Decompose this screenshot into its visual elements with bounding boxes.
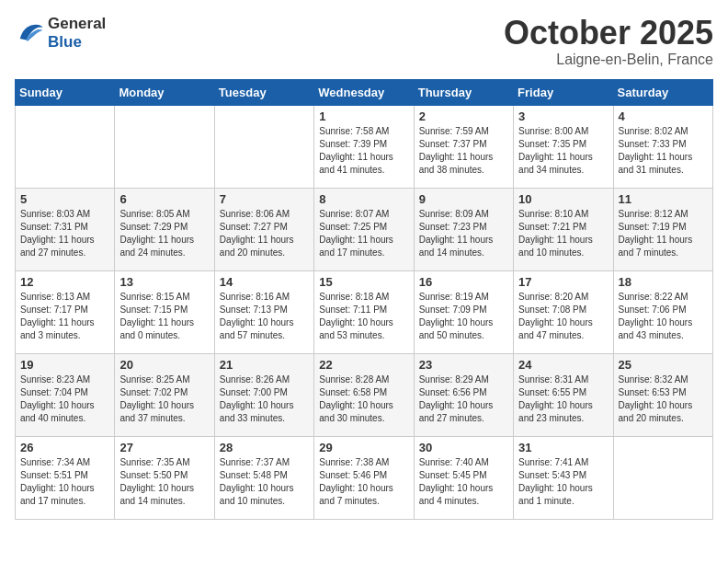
calendar-cell: 16Sunrise: 8:19 AM Sunset: 7:09 PM Dayli… [414,270,513,353]
day-info: Sunrise: 8:19 AM Sunset: 7:09 PM Dayligh… [419,291,508,342]
calendar-cell: 22Sunrise: 8:28 AM Sunset: 6:58 PM Dayli… [314,353,414,436]
calendar-cell: 17Sunrise: 8:20 AM Sunset: 7:08 PM Dayli… [514,270,613,353]
title-block: October 2025 Laigne-en-Belin, France [504,15,713,68]
weekday-header-sunday: Sunday [16,79,115,105]
calendar-table: SundayMondayTuesdayWednesdayThursdayFrid… [15,79,713,520]
calendar-cell: 5Sunrise: 8:03 AM Sunset: 7:31 PM Daylig… [16,188,115,270]
weekday-header-monday: Monday [115,79,214,105]
day-number: 11 [619,192,708,206]
calendar-cell: 2Sunrise: 7:59 AM Sunset: 7:37 PM Daylig… [414,105,513,188]
day-number: 10 [518,192,608,206]
day-info: Sunrise: 8:32 AM Sunset: 6:53 PM Dayligh… [619,373,708,425]
week-row-5: 26Sunrise: 7:34 AM Sunset: 5:51 PM Dayli… [16,436,713,519]
day-number: 24 [518,358,608,372]
day-info: Sunrise: 8:23 AM Sunset: 7:04 PM Dayligh… [20,373,109,425]
day-number: 23 [419,358,508,372]
calendar-cell: 18Sunrise: 8:22 AM Sunset: 7:06 PM Dayli… [613,270,712,353]
weekday-header-wednesday: Wednesday [314,79,414,105]
day-info: Sunrise: 7:37 AM Sunset: 5:48 PM Dayligh… [220,456,309,508]
week-row-3: 12Sunrise: 8:13 AM Sunset: 7:17 PM Dayli… [16,270,713,353]
day-number: 9 [419,192,508,206]
calendar-cell: 4Sunrise: 8:02 AM Sunset: 7:33 PM Daylig… [613,105,712,188]
calendar-cell: 13Sunrise: 8:15 AM Sunset: 7:15 PM Dayli… [115,270,214,353]
weekday-header-friday: Friday [514,79,613,105]
day-info: Sunrise: 8:25 AM Sunset: 7:02 PM Dayligh… [119,373,209,425]
day-info: Sunrise: 8:05 AM Sunset: 7:29 PM Dayligh… [119,208,209,259]
day-number: 29 [319,441,408,454]
calendar-cell: 31Sunrise: 7:41 AM Sunset: 5:43 PM Dayli… [514,436,613,519]
calendar-cell: 19Sunrise: 8:23 AM Sunset: 7:04 PM Dayli… [16,353,115,436]
day-number: 1 [319,109,408,123]
logo-general: General [48,15,106,33]
day-info: Sunrise: 7:40 AM Sunset: 5:45 PM Dayligh… [419,456,508,508]
day-number: 16 [419,275,508,289]
weekday-header-thursday: Thursday [414,79,513,105]
calendar-cell: 6Sunrise: 8:05 AM Sunset: 7:29 PM Daylig… [115,188,214,270]
day-number: 31 [518,441,608,454]
day-number: 20 [119,358,209,372]
day-info: Sunrise: 8:07 AM Sunset: 7:25 PM Dayligh… [319,208,408,259]
location: Laigne-en-Belin, France [504,52,713,68]
calendar-cell: 1Sunrise: 7:58 AM Sunset: 7:39 PM Daylig… [314,105,414,188]
week-row-1: 1Sunrise: 7:58 AM Sunset: 7:39 PM Daylig… [16,105,713,188]
day-number: 6 [119,192,209,206]
day-info: Sunrise: 7:34 AM Sunset: 5:51 PM Dayligh… [20,456,109,508]
day-info: Sunrise: 8:03 AM Sunset: 7:31 PM Dayligh… [20,208,109,259]
day-number: 3 [518,109,608,123]
day-info: Sunrise: 8:09 AM Sunset: 7:23 PM Dayligh… [419,208,508,259]
day-info: Sunrise: 8:28 AM Sunset: 6:58 PM Dayligh… [319,373,408,425]
day-info: Sunrise: 8:16 AM Sunset: 7:13 PM Dayligh… [220,291,309,342]
day-info: Sunrise: 8:15 AM Sunset: 7:15 PM Dayligh… [119,291,209,342]
day-info: Sunrise: 7:38 AM Sunset: 5:46 PM Dayligh… [319,456,408,508]
calendar-cell: 30Sunrise: 7:40 AM Sunset: 5:45 PM Dayli… [414,436,513,519]
day-info: Sunrise: 8:26 AM Sunset: 7:00 PM Dayligh… [220,373,309,425]
day-number: 2 [419,109,508,123]
day-number: 4 [619,109,708,123]
calendar-cell: 10Sunrise: 8:10 AM Sunset: 7:21 PM Dayli… [514,188,613,270]
day-number: 28 [220,441,309,454]
day-number: 30 [419,441,508,454]
calendar-cell: 29Sunrise: 7:38 AM Sunset: 5:46 PM Dayli… [314,436,414,519]
day-info: Sunrise: 8:06 AM Sunset: 7:27 PM Dayligh… [220,208,309,259]
day-number: 18 [619,275,708,289]
calendar-cell: 7Sunrise: 8:06 AM Sunset: 7:27 PM Daylig… [214,188,313,270]
calendar-cell: 26Sunrise: 7:34 AM Sunset: 5:51 PM Dayli… [16,436,115,519]
day-info: Sunrise: 8:20 AM Sunset: 7:08 PM Dayligh… [518,291,608,342]
day-info: Sunrise: 7:41 AM Sunset: 5:43 PM Dayligh… [518,456,608,508]
day-number: 13 [119,275,209,289]
day-number: 17 [518,275,608,289]
calendar-cell: 27Sunrise: 7:35 AM Sunset: 5:50 PM Dayli… [115,436,214,519]
calendar-cell [115,105,214,188]
day-info: Sunrise: 7:59 AM Sunset: 7:37 PM Dayligh… [419,125,508,177]
day-info: Sunrise: 8:31 AM Sunset: 6:55 PM Dayligh… [518,373,608,425]
day-number: 15 [319,275,408,289]
day-info: Sunrise: 7:35 AM Sunset: 5:50 PM Dayligh… [119,456,209,508]
calendar-cell: 3Sunrise: 8:00 AM Sunset: 7:35 PM Daylig… [514,105,613,188]
day-number: 12 [20,275,109,289]
calendar-cell: 8Sunrise: 8:07 AM Sunset: 7:25 PM Daylig… [314,188,414,270]
day-number: 14 [220,275,309,289]
calendar-cell: 15Sunrise: 8:18 AM Sunset: 7:11 PM Dayli… [314,270,414,353]
calendar-cell: 21Sunrise: 8:26 AM Sunset: 7:00 PM Dayli… [214,353,313,436]
day-number: 8 [319,192,408,206]
day-info: Sunrise: 8:02 AM Sunset: 7:33 PM Dayligh… [619,125,708,177]
month-title: October 2025 [504,15,713,52]
calendar-cell: 9Sunrise: 8:09 AM Sunset: 7:23 PM Daylig… [414,188,513,270]
day-number: 26 [20,441,109,454]
calendar-cell: 20Sunrise: 8:25 AM Sunset: 7:02 PM Dayli… [115,353,214,436]
day-number: 21 [220,358,309,372]
day-number: 5 [20,192,109,206]
day-number: 27 [119,441,209,454]
day-info: Sunrise: 8:12 AM Sunset: 7:19 PM Dayligh… [619,208,708,259]
calendar-cell: 11Sunrise: 8:12 AM Sunset: 7:19 PM Dayli… [613,188,712,270]
calendar-cell: 14Sunrise: 8:16 AM Sunset: 7:13 PM Dayli… [214,270,313,353]
weekday-header-row: SundayMondayTuesdayWednesdayThursdayFrid… [16,79,713,105]
day-info: Sunrise: 8:29 AM Sunset: 6:56 PM Dayligh… [419,373,508,425]
day-info: Sunrise: 8:13 AM Sunset: 7:17 PM Dayligh… [20,291,109,342]
day-info: Sunrise: 7:58 AM Sunset: 7:39 PM Dayligh… [319,125,408,177]
day-info: Sunrise: 8:10 AM Sunset: 7:21 PM Dayligh… [518,208,608,259]
calendar-cell: 12Sunrise: 8:13 AM Sunset: 7:17 PM Dayli… [16,270,115,353]
day-info: Sunrise: 8:00 AM Sunset: 7:35 PM Dayligh… [518,125,608,177]
logo-bird-icon [17,18,44,44]
day-number: 7 [220,192,309,206]
